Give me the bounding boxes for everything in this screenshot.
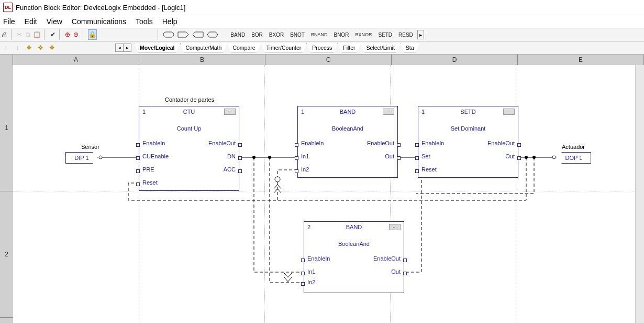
svg-point-8 [268,156,271,159]
col-b[interactable]: B [139,55,265,65]
menu-view[interactable]: View [47,17,62,26]
toolbar-overflow-icon[interactable]: ▸ [417,30,424,39]
vertical-scrollbar[interactable] [635,65,644,323]
menu-file[interactable]: File [3,17,15,26]
tool2-icon[interactable]: ❖ [36,43,45,52]
tab-scroll-right-icon[interactable]: ▸ [124,44,131,51]
band2-type: BAND [346,224,362,230]
tab-process[interactable]: Process [306,43,338,53]
band1-pin-out: Out [385,153,394,159]
ctu-pin-dn: DN [227,153,236,159]
setd-pin-enableout: EnableOut [487,140,515,146]
menu-edit[interactable]: Edit [25,17,37,26]
tool3-icon[interactable]: ❖ [47,43,57,52]
setd-desc: Set Dominant [451,125,486,132]
btn-resd[interactable]: RESD [398,32,413,38]
band2-pin-in1: In1 [307,268,315,275]
row-1[interactable]: 1 [0,65,13,191]
band2-desc: BooleanAnd [338,241,370,247]
sheet-area: A B C D E 1 2 [0,55,644,323]
row-2[interactable]: 2 [0,191,13,318]
band1-num: 1 [301,109,304,115]
col-e[interactable]: E [518,55,644,65]
svg-point-12 [532,156,536,159]
btn-bxor[interactable]: BXOR [269,32,284,38]
btn-bnand[interactable]: BNAND [311,32,328,37]
setd-pin-set: Set [421,153,430,159]
svg-point-5 [99,156,102,159]
tab-move-logical[interactable]: Move/Logical [134,43,181,53]
zoom-out-icon[interactable]: ⊖ [73,30,80,39]
input-tag-dip1[interactable]: DIP 1 [65,152,98,164]
shape-pill-icon[interactable] [163,30,174,39]
paste-icon[interactable]: 📋 [33,30,41,39]
tool1-icon[interactable]: ❖ [24,43,34,52]
band2-pin-enableout: EnableOut [373,255,401,262]
col-a[interactable]: A [13,55,139,65]
band2-props-icon[interactable]: … [389,224,401,230]
svg-marker-2 [193,32,203,37]
ctu-pin-reset: Reset [142,179,158,186]
band1-pin-enablein: EnableIn [301,140,324,146]
ctu-caption: Contador de partes [165,96,214,103]
menu-communications[interactable]: Communications [72,17,126,26]
btn-bor[interactable]: BOR [251,32,263,38]
tab-overflow[interactable]: Sta [400,43,420,53]
tab-scroll-left-icon[interactable]: ◂ [116,44,124,51]
sheet-corner [0,55,13,65]
setd-pin-enablein: EnableIn [421,140,444,146]
app-icon: DL [3,3,13,12]
tab-compute-math[interactable]: Compute/Math [180,43,228,53]
window-title: Function Block Editor: DeviceLogix Embed… [16,4,185,12]
print-icon[interactable]: 🖨 [1,30,8,39]
setd-pin-reset: Reset [421,166,437,173]
toolbar-secondary: ↑ ↓ ❖ ❖ ❖ ◂ ▸ Move/Logical Compute/Math … [0,41,644,55]
btn-setd[interactable]: SETD [378,32,392,38]
cut-icon[interactable]: ✂ [16,30,23,39]
sensor-caption: Sensor [81,144,99,150]
setd-num: 1 [421,109,425,115]
actuator-caption: Actuador [562,144,585,150]
canvas[interactable]: Sensor DIP 1 Contador de partes 1 CTU … … [13,65,644,323]
ctu-props-icon[interactable]: … [224,109,236,115]
ctu-pin-cuenable: CUEnable [142,153,169,159]
ctu-pin-enableout: EnableOut [208,140,236,146]
zoom-in-icon[interactable]: ⊕ [64,30,71,39]
btn-bnot[interactable]: BNOT [290,32,305,38]
setd-pin-out: Out [505,153,515,159]
shape-hex-icon[interactable] [207,30,218,39]
band2-pin-in2: In2 [307,279,315,285]
setd-props-icon[interactable]: … [503,109,515,115]
block-ctu[interactable]: 1 CTU … Count Up EnableIn CUEnable PRE R… [139,106,239,191]
tab-timer-counter[interactable]: Timer/Counter [261,43,307,53]
band1-pin-enableout: EnableOut [367,140,394,146]
output-tag-dop1[interactable]: DOP 1 [557,152,591,164]
band1-pin-in2: In2 [301,166,309,173]
row-headers: 1 2 [0,65,14,323]
toolbar-main: 🖨 ✂ ⧉ 📋 ✔ ⊕ ⊖ 🔒 BAND BOR BXOR BNOT BNAND… [0,28,644,41]
tab-strip: Move/Logical Compute/Math Compare Timer/… [135,43,420,53]
col-c[interactable]: C [265,55,392,65]
tab-select-limit[interactable]: Select/Limit [361,43,401,53]
shape-right-tag-icon[interactable] [177,30,189,39]
nav-up-icon[interactable]: ↑ [1,43,10,52]
tab-filter[interactable]: Filter [337,43,361,53]
block-band2[interactable]: 2 BAND … BooleanAnd EnableIn In1 In2 Ena… [304,221,404,293]
block-setd[interactable]: 1 SETD … Set Dominant EnableIn Set Reset… [418,106,518,178]
menu-tools[interactable]: Tools [136,17,153,26]
menu-help[interactable]: Help [162,17,177,26]
band2-pin-enablein: EnableIn [307,255,330,262]
btn-bxnor[interactable]: BXNOR [355,32,372,37]
copy-icon[interactable]: ⧉ [25,30,31,39]
btn-bnor[interactable]: BNOR [334,32,349,38]
title-bar: DL Function Block Editor: DeviceLogix Em… [0,0,644,15]
verify-icon[interactable]: ✔ [49,30,56,39]
block-band1[interactable]: 1 BAND … BooleanAnd EnableIn In1 In2 Ena… [297,106,398,178]
tab-compare[interactable]: Compare [227,43,261,53]
btn-band[interactable]: BAND [230,32,245,38]
nav-down-icon[interactable]: ↓ [13,43,22,52]
col-d[interactable]: D [392,55,518,65]
shape-left-tag-icon[interactable] [192,30,204,39]
band1-props-icon[interactable]: … [383,109,394,115]
lock-icon[interactable]: 🔒 [88,29,97,40]
